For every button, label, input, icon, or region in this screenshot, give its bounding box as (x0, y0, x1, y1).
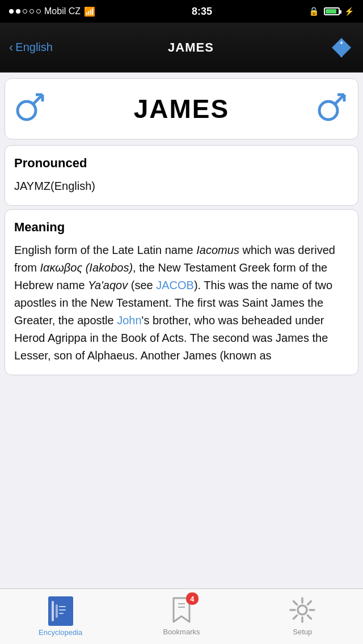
svg-rect-15 (59, 609, 66, 611)
back-label: English (15, 41, 53, 54)
tab-bar: Encyclopedia 4 Bookmarks (0, 588, 363, 644)
main-content: JAMES Pronounced JAYMZ(English) Meaning … (0, 78, 363, 435)
setup-label: Setup (293, 628, 312, 636)
john-link[interactable]: John (117, 314, 141, 327)
carrier-label: Mobil CZ (44, 6, 81, 16)
svg-line-9 (335, 95, 344, 104)
svg-rect-14 (59, 606, 66, 607)
tab-bookmarks[interactable]: 4 Bookmarks (121, 589, 242, 644)
setup-icon-wrap (289, 597, 315, 625)
status-bar: Mobil CZ 📶 8:35 🔒 ⚡ (0, 0, 363, 23)
battery-indicator (324, 7, 340, 15)
pronounced-value: JAYMZ(English) (14, 177, 349, 195)
nav-title: JAMES (168, 40, 214, 55)
svg-rect-12 (53, 601, 69, 621)
svg-line-5 (33, 95, 43, 104)
tab-setup[interactable]: Setup (242, 589, 363, 644)
jacob-link[interactable]: JACOB (156, 279, 194, 291)
name-card: JAMES (5, 78, 358, 139)
wifi-icon: 📶 (84, 6, 95, 17)
dot-2 (16, 9, 20, 14)
meaning-section: Meaning English form of the Late Latin n… (5, 209, 358, 375)
status-time: 8:35 (192, 6, 212, 18)
lock-icon: 🔒 (309, 6, 319, 16)
meaning-body: English form of the Late Latin name Iaco… (14, 242, 349, 365)
dot-4 (29, 9, 34, 14)
svg-line-26 (308, 616, 311, 619)
svg-line-25 (294, 601, 297, 605)
svg-line-28 (294, 616, 297, 619)
signal-dots (9, 9, 41, 14)
svg-rect-16 (59, 613, 64, 614)
meaning-header: Meaning (14, 220, 349, 235)
encyclopedia-label: Encyclopedia (39, 628, 82, 637)
battery-fill (326, 9, 336, 14)
status-right: 🔒 ⚡ (309, 6, 354, 16)
dot-3 (23, 9, 27, 14)
bookmarks-label: Bookmarks (163, 628, 200, 636)
svg-text:+: + (340, 39, 343, 46)
chevron-left-icon: ‹ (9, 40, 13, 55)
tab-encyclopedia[interactable]: Encyclopedia (0, 589, 121, 644)
dot-5 (36, 9, 41, 14)
svg-line-27 (308, 601, 311, 605)
pin-icon: + (331, 37, 352, 58)
book-svg (53, 601, 69, 621)
dot-1 (9, 9, 14, 14)
back-button[interactable]: ‹ English (9, 40, 53, 55)
status-left: Mobil CZ 📶 (9, 6, 95, 17)
svg-point-20 (298, 605, 307, 615)
add-bookmark-button[interactable]: + (329, 35, 354, 60)
pronounced-section: Pronounced JAYMZ(English) (5, 145, 358, 206)
charging-bolt: ⚡ (344, 7, 354, 16)
mars-icon-left (14, 90, 47, 128)
encyclopedia-icon-wrap (48, 596, 73, 626)
mars-icon-right (316, 90, 349, 128)
gear-icon (289, 597, 315, 623)
name-title: JAMES (47, 94, 316, 124)
bookmarks-badge: 4 (186, 592, 199, 605)
book-icon (48, 596, 73, 626)
svg-rect-13 (56, 604, 58, 618)
bookmarks-icon-wrap: 4 (171, 597, 192, 625)
nav-bar: ‹ English JAMES + (0, 23, 363, 73)
pronounced-header: Pronounced (14, 156, 349, 171)
